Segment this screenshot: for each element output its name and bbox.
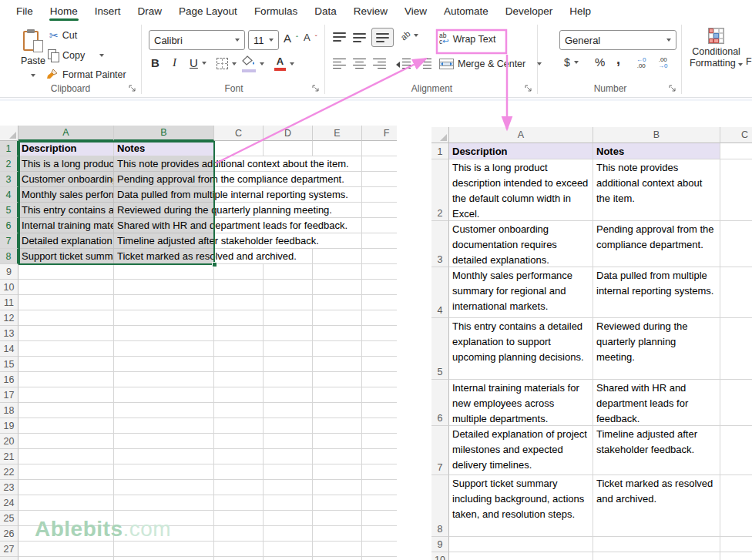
cell[interactable] <box>18 464 114 480</box>
menu-item-view[interactable]: View <box>396 0 435 22</box>
align-center-button[interactable] <box>353 59 366 69</box>
cell[interactable] <box>449 552 593 560</box>
cell[interactable] <box>362 357 397 372</box>
cell[interactable]: Data pulled from multiple internal repor… <box>593 267 720 318</box>
percent-style-button[interactable]: % <box>595 56 605 68</box>
menu-item-help[interactable]: Help <box>561 0 599 22</box>
cell[interactable] <box>18 557 114 560</box>
cell[interactable]: Detailed explanation of project mileston… <box>18 233 114 249</box>
cell[interactable] <box>593 552 720 560</box>
bold-button[interactable]: B <box>151 57 159 69</box>
cell[interactable] <box>264 295 313 310</box>
cell[interactable] <box>214 357 264 372</box>
accounting-format-button[interactable]: $ <box>564 57 579 68</box>
cell[interactable] <box>214 480 264 495</box>
cell[interactable] <box>313 495 362 511</box>
cell[interactable] <box>313 511 362 526</box>
row-header-10[interactable]: 10 <box>0 280 18 295</box>
decrease-indent-button[interactable] <box>396 59 411 69</box>
column-header-A[interactable]: A <box>449 127 593 143</box>
cell[interactable] <box>214 495 264 511</box>
cell[interactable] <box>114 280 214 295</box>
cell[interactable] <box>114 449 214 464</box>
column-header-B[interactable]: B <box>114 126 214 141</box>
merge-center-button[interactable]: Merge & Center <box>439 59 542 69</box>
menu-item-home[interactable]: Home <box>42 0 86 22</box>
row-header-4[interactable]: 4 <box>431 267 449 318</box>
cell[interactable] <box>114 511 214 526</box>
format-painter-button[interactable]: Format Painter <box>46 69 126 80</box>
cell[interactable] <box>362 403 397 418</box>
cell[interactable]: This note provides additional context ab… <box>114 156 214 172</box>
cell[interactable] <box>264 280 313 295</box>
cell[interactable] <box>264 264 313 280</box>
cell[interactable] <box>313 418 362 434</box>
cell[interactable] <box>449 537 593 552</box>
cell[interactable] <box>720 159 752 221</box>
fill-color-button[interactable] <box>242 55 264 72</box>
row-header-23[interactable]: 23 <box>0 480 18 495</box>
cell[interactable] <box>214 280 264 295</box>
cell[interactable] <box>362 218 397 233</box>
cell[interactable] <box>264 511 313 526</box>
comma-style-button[interactable]: , <box>616 52 620 66</box>
cell[interactable]: Ticket marked as resolved and archived. <box>114 249 214 264</box>
cell[interactable] <box>264 557 313 560</box>
menu-item-review[interactable]: Review <box>345 0 396 22</box>
cell[interactable] <box>313 526 362 542</box>
cell[interactable] <box>313 264 362 280</box>
cell[interactable] <box>114 372 214 387</box>
cell[interactable]: Monthly sales performance summary for re… <box>449 267 593 318</box>
cell[interactable]: This is a long product description inten… <box>449 159 593 221</box>
row-header-3[interactable]: 3 <box>431 221 449 267</box>
row-header-17[interactable]: 17 <box>0 387 18 403</box>
decrease-font-size-button[interactable]: Aˇ <box>304 32 317 42</box>
cell[interactable]: Description <box>18 141 114 156</box>
cell[interactable] <box>18 418 114 434</box>
align-middle-button[interactable] <box>353 32 366 42</box>
cell[interactable] <box>720 143 752 159</box>
cell[interactable] <box>214 326 264 341</box>
cell[interactable] <box>18 326 114 341</box>
increase-font-size-button[interactable]: Aˆ <box>284 32 298 44</box>
cell[interactable]: Customer onboarding documentation requir… <box>449 221 593 267</box>
conditional-formatting-button[interactable]: Conditional Formatting <box>690 28 743 69</box>
cell[interactable] <box>362 172 397 187</box>
cell[interactable]: Timeline adjusted after stakeholder feed… <box>593 426 720 475</box>
cell[interactable]: Timeline adjusted after stakeholder feed… <box>114 233 214 249</box>
cut-button[interactable]: ✂ Cut <box>49 30 77 41</box>
cell[interactable] <box>362 203 397 218</box>
underline-button[interactable]: U <box>190 57 206 69</box>
cell[interactable] <box>362 495 397 511</box>
row-header-12[interactable]: 12 <box>0 310 18 326</box>
cell[interactable] <box>214 341 264 357</box>
row-header-9[interactable]: 9 <box>431 537 449 552</box>
cell[interactable] <box>18 434 114 449</box>
font-dialog-launcher[interactable] <box>312 85 321 93</box>
font-name-combobox[interactable]: Calibri <box>149 30 245 50</box>
align-left-button[interactable] <box>333 59 346 69</box>
cell[interactable]: Description <box>449 143 593 159</box>
cell[interactable] <box>214 141 264 156</box>
select-all-corner[interactable] <box>0 126 18 141</box>
cell[interactable] <box>18 341 114 357</box>
cell[interactable] <box>214 387 264 403</box>
cell[interactable] <box>18 526 114 542</box>
cell[interactable] <box>264 542 313 557</box>
alignment-dialog-launcher[interactable] <box>525 85 533 93</box>
menu-item-file[interactable]: File <box>8 0 42 22</box>
cell[interactable] <box>720 537 752 552</box>
cell[interactable] <box>264 326 313 341</box>
row-header-22[interactable]: 22 <box>0 464 18 480</box>
cell[interactable]: Internal training materials for new empl… <box>18 218 114 233</box>
cell[interactable] <box>362 511 397 526</box>
column-header-D[interactable]: D <box>264 126 313 141</box>
number-dialog-launcher[interactable] <box>669 85 677 93</box>
cell[interactable] <box>264 387 313 403</box>
cell[interactable] <box>313 434 362 449</box>
cell[interactable] <box>18 387 114 403</box>
cell[interactable] <box>362 295 397 310</box>
cell[interactable] <box>264 341 313 357</box>
align-right-button[interactable] <box>373 59 386 69</box>
cell[interactable] <box>313 387 362 403</box>
